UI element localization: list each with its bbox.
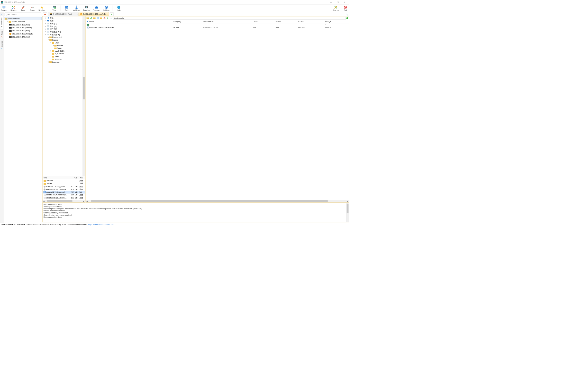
col-size[interactable]: 大小	[68, 176, 79, 179]
scrollbar[interactable]: ◀▶	[86, 200, 349, 202]
list-item[interactable]: Server文件	[43, 182, 85, 185]
col-name[interactable]: 名称	[43, 176, 68, 179]
session-tree: User sessions ⊞ PuTTY sessions 192.168.1…	[4, 17, 42, 39]
putty-sessions-folder[interactable]: ⊞ PuTTY sessions	[4, 20, 42, 23]
download-icon[interactable]: ⬇	[110, 17, 113, 20]
quick-connect-input[interactable]	[5, 13, 41, 16]
settings-button[interactable]: Settings	[103, 5, 110, 11]
local-tree-item[interactable]: ⊞音乐	[43, 17, 85, 20]
close-icon[interactable]: ×	[77, 13, 78, 15]
new-folder-icon[interactable]: +	[86, 17, 89, 20]
col-size[interactable]: Size (KB)	[172, 20, 202, 23]
paperclip-icon[interactable]: 📎	[346, 14, 349, 16]
session-button[interactable]: Session	[1, 5, 7, 11]
local-tree-item[interactable]: ⊞RedHat	[43, 44, 85, 47]
local-tree-item[interactable]: ⊞桌面	[43, 19, 85, 22]
refresh-icon[interactable]	[90, 17, 93, 20]
local-tree-item[interactable]: ⊟Images	[43, 39, 85, 41]
list-item[interactable]: RedHat文件	[43, 179, 85, 182]
local-tree-item[interactable]: ⊟Linux	[43, 41, 85, 44]
folder-icon	[49, 61, 52, 63]
add-tab-button[interactable]: ✚	[110, 12, 113, 16]
col-sizeb[interactable]: Size (B	[324, 20, 349, 23]
macros-tab[interactable]: ✎Macros	[1, 40, 3, 51]
view-button[interactable]: View	[51, 5, 58, 11]
open-folder-icon[interactable]	[93, 17, 96, 20]
local-tree-item[interactable]: SQL Server	[43, 52, 85, 55]
maximize-button[interactable]: ☐	[334, 0, 341, 5]
sessions-tab[interactable]: ★Sessions	[0, 16, 3, 30]
svg-rect-82	[44, 191, 45, 193]
local-tree-item[interactable]: ⊞系统 (C:)	[43, 22, 85, 25]
minimize-button[interactable]: —	[327, 0, 334, 5]
local-tree-item[interactable]: ⊞MacOS10.14	[43, 50, 85, 52]
svg-point-15	[33, 7, 33, 8]
session-item[interactable]: 192.168.10.128 (root)	[4, 23, 42, 26]
col-owner[interactable]: Owner	[251, 20, 274, 23]
svg-rect-21	[67, 7, 68, 8]
local-tree-item[interactable]: ⊞软件 (E:)	[43, 28, 85, 31]
local-tree-item[interactable]: ⊟方圆几里 (I:)	[43, 33, 85, 36]
scrollbar[interactable]	[83, 16, 85, 176]
folder-icon[interactable]	[100, 17, 103, 20]
list-item[interactable]: node-v14.15.4-linux-x6...20.3 MB360	[43, 191, 85, 194]
local-tree-item[interactable]: Tools	[43, 55, 85, 58]
svg-point-46	[10, 33, 11, 34]
upload-icon[interactable]: ⬆	[106, 17, 109, 20]
list-item[interactable]: ubuntukylin-20.10-enha...3.32 GB光盘	[43, 196, 85, 199]
local-tree-item[interactable]: ⊞Learning	[43, 61, 85, 64]
local-tree-item[interactable]: Windows	[43, 58, 85, 61]
col-access[interactable]: Access	[296, 20, 324, 23]
local-tree-item[interactable]: Server	[43, 47, 85, 50]
col-type[interactable]: 项目	[78, 176, 85, 179]
parent-dir-row[interactable]: .. 0	[86, 23, 349, 26]
local-tree-item[interactable]: ⊞Experiment	[43, 36, 85, 39]
session-item[interactable]: 192.168.10.130 (root) (1)	[4, 32, 42, 35]
help-button[interactable]: iHelp	[115, 5, 122, 11]
games-button[interactable]: Games	[29, 5, 36, 11]
session-item[interactable]: 192.168.10.130 (oracle)	[4, 26, 42, 29]
packages-button[interactable]: Packages	[93, 5, 100, 11]
iso-icon	[43, 194, 46, 196]
split-button[interactable]: Split	[63, 5, 70, 11]
local-tree-item[interactable]: ⊞希望之光 (G:)	[43, 30, 85, 33]
tunneling-button[interactable]: Tunneling	[83, 5, 90, 11]
remote-path-input[interactable]	[113, 17, 346, 20]
tab-2[interactable]: 2. 192.168.10.130 (root) ×	[48, 12, 79, 16]
user-sessions-root[interactable]: User sessions	[4, 17, 42, 20]
close-button[interactable]: ✕	[341, 0, 348, 5]
xserver-button[interactable]: X server	[332, 5, 339, 11]
session-item[interactable]: 192.168.10.130 (root)	[4, 29, 42, 32]
file-icon[interactable]	[96, 17, 99, 20]
svg-rect-91	[100, 17, 102, 19]
session-item[interactable]: 192.168.10.142 (root)	[4, 35, 42, 39]
list-item[interactable]: kali-linux-2019.1-amd64...3.19 GB光盘	[43, 188, 85, 191]
scrollbar[interactable]: ◀▶	[43, 200, 85, 202]
tools-button[interactable]: Tools	[20, 5, 26, 11]
col-name[interactable]: Name	[86, 20, 172, 23]
drive-icon	[47, 25, 49, 28]
home-tab-button[interactable]	[43, 12, 47, 16]
tab-3[interactable]: 3. 192.168.10.130 (root) (1) ×	[78, 12, 109, 16]
svg-rect-40	[9, 24, 11, 24]
local-tree-item[interactable]: ⊞学习 (D:)	[43, 25, 85, 28]
sessions-button[interactable]: Sessions	[39, 5, 46, 11]
svg-rect-54	[48, 21, 48, 22]
scrollbar[interactable]	[346, 203, 349, 222]
tools-tab[interactable]: ✎Tools	[1, 29, 3, 39]
delete-icon[interactable]	[103, 17, 106, 20]
remote-file-row[interactable]: node-v14.15.4-linux-x64.tar.xz20 8892021…	[86, 26, 349, 29]
svg-rect-71	[52, 53, 54, 55]
subscribe-link[interactable]: https://mobaxterm.mobatek.net	[88, 223, 113, 225]
list-item[interactable]: CentOS-7.4-x86_64-D...4.21 GB光盘	[43, 185, 85, 188]
svg-point-58	[49, 26, 49, 26]
col-modified[interactable]: Last modified	[202, 20, 251, 23]
svg-point-24	[77, 8, 78, 8]
col-group[interactable]: Group	[274, 20, 296, 23]
exit-button[interactable]: Exit	[342, 5, 349, 11]
servers-button[interactable]: Servers	[10, 5, 17, 11]
collapse-sidebar-icon[interactable]: «	[1, 12, 3, 16]
multiexec-button[interactable]: MultiExec	[73, 5, 80, 11]
list-item[interactable]: ubuntu-18.04.2-desktop...1.85 GB光盘	[43, 193, 85, 196]
close-icon[interactable]: ×	[107, 13, 108, 15]
